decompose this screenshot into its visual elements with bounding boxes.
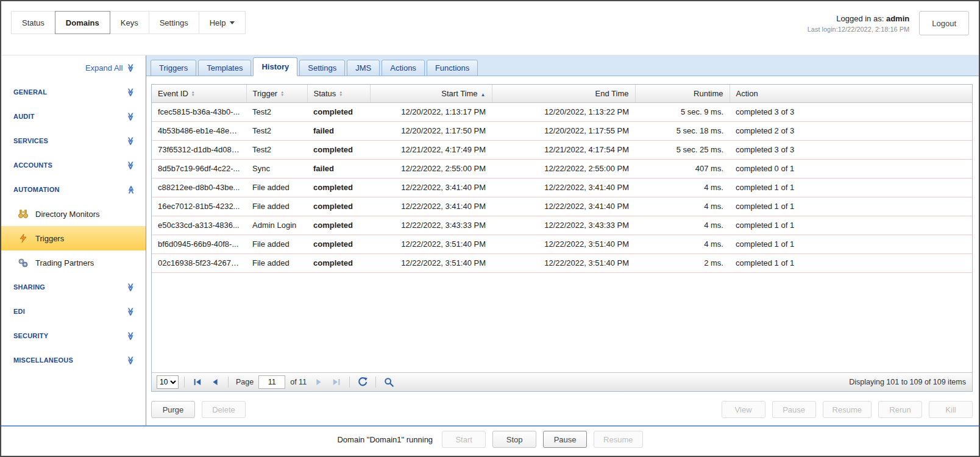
end-time-cell: 12/22/2022, 3:41:40 PM [492, 197, 635, 216]
sidebar-section-general[interactable]: GENERAL≫ [1, 80, 146, 104]
sidebar-section-audit[interactable]: AUDIT≫ [1, 104, 146, 129]
sidebar-section-sharing[interactable]: SHARING≫ [1, 275, 146, 299]
page-size-select[interactable]: 10 [157, 375, 179, 389]
table-row[interactable]: bf6d0945-66b9-40f8-...File addedcomplete… [152, 235, 972, 253]
tab-history[interactable]: History [253, 57, 297, 76]
start-time-cell: 12/22/2022, 3:41:40 PM [370, 178, 492, 197]
start-time-cell: 12/20/2022, 1:17:50 PM [370, 121, 492, 140]
tab-triggers[interactable]: Triggers [151, 60, 196, 76]
column-header-start-time[interactable]: Start Time▲ [370, 85, 492, 102]
table-row[interactable]: 16ec7012-81b5-4232...File addedcompleted… [152, 197, 972, 216]
column-header-label: Action [736, 89, 758, 98]
page-number-input[interactable] [258, 375, 285, 389]
last-login-line: Last login:12/22/2022, 2:18:16 PM [808, 26, 910, 33]
table-row[interactable]: 8d5b7c19-96df-4c22-...Syncfailed12/22/20… [152, 159, 972, 178]
domain-control-buttons: StartStopPauseResume [442, 431, 642, 448]
resume-button[interactable]: Resume [823, 401, 872, 418]
view-button[interactable]: View [722, 401, 765, 418]
section-label: SHARING [13, 283, 45, 291]
sidebar-section-miscellaneous[interactable]: MISCELLANEOUS≫ [1, 348, 146, 372]
runtime-cell: 4 ms. [635, 235, 730, 253]
domain-start-button[interactable]: Start [442, 431, 486, 448]
event-id-cell: fcec5815-b36a-43b0-... [152, 102, 246, 121]
pause-button[interactable]: Pause [772, 401, 816, 418]
trigger-cell: Sync [246, 159, 307, 178]
column-header-trigger[interactable]: Trigger▲▼ [246, 85, 307, 102]
column-header-action[interactable]: Action [730, 85, 972, 102]
end-time-cell: 12/22/2022, 2:55:00 PM [492, 159, 635, 178]
nav-domains-button[interactable]: Domains [55, 11, 110, 34]
status-cell: completed [307, 253, 370, 272]
column-header-end-time[interactable]: End Time [492, 85, 635, 102]
sidebar-item-triggers[interactable]: Triggers [1, 226, 146, 250]
nav-status-button[interactable]: Status [11, 11, 55, 34]
status-cell: failed [307, 121, 370, 140]
table-row[interactable]: 4b53b486-eb1e-48e1...Test2failed12/20/20… [152, 121, 972, 140]
table-row[interactable]: fcec5815-b36a-43b0-...Test2completed12/2… [152, 102, 972, 121]
kill-button[interactable]: Kill [929, 401, 973, 418]
table-row[interactable]: c88212ee-d8b0-43be...File addedcompleted… [152, 178, 972, 197]
sidebar-section-accounts[interactable]: ACCOUNTS≫ [1, 153, 146, 177]
section-label: AUDIT [13, 113, 35, 120]
sidebar-section-automation[interactable]: AUTOMATION≫ [1, 177, 146, 202]
table-row[interactable]: e50c33cd-a313-4836...Admin Logincomplete… [152, 216, 972, 235]
search-button[interactable] [382, 375, 396, 389]
action-cell: completed 3 of 3 [730, 102, 972, 121]
status-cell: completed [307, 178, 370, 197]
first-page-button[interactable] [190, 375, 205, 389]
nav-keys-button[interactable]: Keys [110, 11, 149, 34]
status-cell: completed [307, 235, 370, 253]
sidebar: Expand All ≫ GENERAL≫AUDIT≫SERVICES≫ACCO… [1, 55, 146, 425]
sidebar-section-services[interactable]: SERVICES≫ [1, 129, 146, 153]
expand-all-link[interactable]: Expand All ≫ [1, 55, 146, 80]
directory-monitors-icon [18, 208, 29, 219]
refresh-button[interactable] [355, 375, 370, 389]
sidebar-item-trading-partners[interactable]: Trading Partners [1, 250, 146, 275]
prev-page-button[interactable] [208, 375, 222, 389]
next-page-button[interactable] [311, 375, 326, 389]
table-header-row: Event ID▲▼Trigger▲▼Status▲▼Start Time▲En… [152, 85, 972, 102]
column-header-runtime[interactable]: Runtime [635, 85, 730, 102]
tab-jms[interactable]: JMS [347, 60, 380, 76]
tab-functions[interactable]: Functions [427, 60, 478, 76]
table-row[interactable]: 02c16938-5f23-4267-...File addedcomplete… [152, 253, 972, 272]
trigger-cell: Admin Login [246, 216, 307, 235]
chevron-double-up-icon: ≫ [127, 185, 135, 194]
rerun-button[interactable]: Rerun [878, 401, 922, 418]
sort-down-glyph: ▼ [191, 94, 195, 97]
end-time-cell: 12/22/2022, 3:43:33 PM [492, 216, 635, 235]
start-time-cell: 12/22/2022, 3:41:40 PM [370, 197, 492, 216]
chevron-double-down-icon: ≫ [127, 136, 135, 145]
purge-button[interactable]: Purge [151, 401, 195, 418]
column-header-label: End Time [595, 89, 629, 98]
nav-settings-button[interactable]: Settings [149, 11, 199, 34]
status-cell: failed [307, 159, 370, 178]
action-cell: completed 1 of 1 [730, 197, 972, 216]
trigger-cell: Test2 [246, 121, 307, 140]
tab-settings[interactable]: Settings [299, 60, 345, 76]
last-icon [331, 377, 342, 388]
last-page-button[interactable] [329, 375, 344, 389]
runtime-cell: 4 ms. [635, 178, 730, 197]
tab-actions[interactable]: Actions [382, 60, 425, 76]
domain-pause-button[interactable]: Pause [543, 431, 587, 448]
sidebar-section-security[interactable]: SECURITY≫ [1, 324, 146, 348]
chevron-double-down-icon: ≫ [127, 283, 135, 291]
action-bar: PurgeDelete ViewPauseResumeRerunKill [151, 401, 973, 418]
nav-help-button[interactable]: Help [199, 11, 246, 34]
domain-resume-button[interactable]: Resume [594, 431, 642, 448]
column-header-status[interactable]: Status▲▼ [307, 85, 370, 102]
event-id-cell: 4b53b486-eb1e-48e1... [152, 121, 246, 140]
column-header-event-id[interactable]: Event ID▲▼ [152, 85, 246, 102]
domain-stop-button[interactable]: Stop [492, 431, 536, 448]
action-bar-right: ViewPauseResumeRerunKill [722, 401, 973, 418]
sidebar-section-edi[interactable]: EDI≫ [1, 299, 146, 324]
logout-button[interactable]: Logout [919, 11, 969, 35]
table-row[interactable]: 73f65312-d1db-4d08-...Test2completed12/2… [152, 140, 972, 159]
delete-button[interactable]: Delete [202, 401, 246, 418]
sidebar-item-directory-monitors[interactable]: Directory Monitors [1, 202, 146, 226]
action-cell: completed 1 of 1 [730, 216, 972, 235]
action-cell: completed 3 of 3 [730, 140, 972, 159]
tab-templates[interactable]: Templates [198, 60, 251, 76]
column-header-label: Event ID [158, 89, 188, 98]
